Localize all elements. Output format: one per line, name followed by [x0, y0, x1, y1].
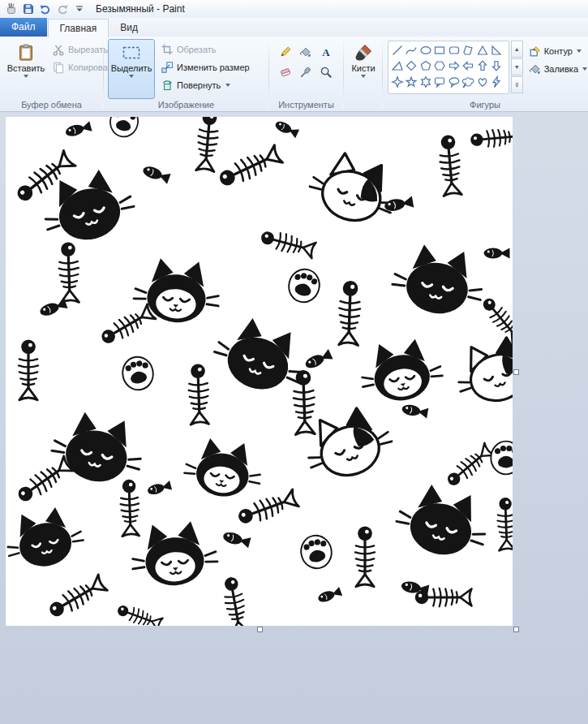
tool-text-button[interactable] — [316, 42, 336, 62]
paint-window: Безымянный - Paint Файл Главная Вид Вста… — [0, 0, 588, 724]
canvas-resize-handle-right[interactable] — [513, 369, 519, 375]
group-label-tools: Инструменты — [269, 100, 343, 110]
fill-label: Заливка — [544, 64, 578, 74]
paint-menu-icon[interactable] — [3, 2, 19, 16]
shape-arrow-left[interactable] — [461, 58, 475, 74]
tool-eraser-button[interactable] — [276, 62, 295, 82]
shape-arrow-up[interactable] — [475, 58, 489, 74]
group-tools: Инструменты — [269, 37, 343, 111]
rotate-button[interactable]: Повернуть — [157, 76, 253, 94]
shape-curve[interactable] — [405, 42, 418, 58]
resize-button[interactable]: Изменить размер — [157, 58, 253, 76]
rotate-icon — [161, 79, 174, 92]
shape-heart[interactable] — [475, 74, 489, 89]
tool-picker-button[interactable] — [296, 62, 315, 82]
brush-icon — [354, 43, 373, 62]
select-button[interactable]: Выделить — [108, 39, 155, 99]
shape-callout-cloud[interactable] — [461, 74, 475, 89]
redo-button[interactable] — [54, 2, 71, 16]
customize-qat-button[interactable] — [71, 2, 88, 16]
shape-star5[interactable] — [405, 74, 418, 89]
resize-label: Изменить размер — [177, 62, 250, 72]
quick-access-toolbar — [3, 2, 88, 16]
canvas-resize-handle-bottom[interactable] — [257, 627, 263, 632]
brushes-label: Кисти — [351, 63, 375, 73]
chevron-down-icon — [582, 67, 587, 71]
arrow-down-icon — [490, 59, 503, 72]
shape-star4[interactable] — [390, 74, 404, 89]
callout-oval-icon — [448, 75, 461, 88]
diamond-icon — [405, 59, 418, 72]
shape-triangle[interactable] — [475, 42, 489, 58]
callout-cloud-icon — [461, 75, 474, 88]
shape-oval[interactable] — [418, 42, 432, 58]
star4-icon — [391, 75, 404, 88]
shapes-scroll-down-icon[interactable]: ▼ — [511, 58, 523, 75]
paste-button[interactable]: Вставить — [3, 39, 49, 99]
fill-bucket-icon — [529, 62, 542, 75]
tool-fill-button[interactable] — [296, 42, 315, 62]
save-button[interactable] — [20, 2, 36, 16]
resize-icon — [161, 61, 174, 74]
tab-file[interactable]: Файл — [0, 18, 47, 37]
chevron-down-icon — [24, 75, 28, 78]
hexagon-icon — [433, 59, 446, 72]
shape-diamond[interactable] — [405, 58, 418, 74]
polygon-icon — [461, 44, 474, 57]
star5-icon — [405, 75, 418, 88]
rounded-rectangle-icon — [448, 44, 461, 57]
shape-star6[interactable] — [418, 74, 432, 89]
shape-arrow-down[interactable] — [490, 58, 504, 74]
shape-scalene-triangle[interactable] — [390, 58, 404, 74]
tab-bar: Файл Главная Вид — [0, 18, 588, 37]
heart-icon — [476, 75, 489, 88]
selection-rectangle-icon — [122, 43, 141, 62]
canvas-workarea — [0, 112, 588, 724]
paint-canvas[interactable] — [6, 117, 513, 626]
pentagon-icon — [419, 59, 432, 72]
group-label-image: Изображение — [104, 100, 268, 110]
outline-label: Контур — [544, 46, 573, 56]
shape-callout-rectangle[interactable] — [433, 74, 447, 89]
group-label-clipboard: Буфер обмена — [0, 100, 103, 110]
canvas-resize-handle-corner[interactable] — [513, 627, 519, 632]
tools-grid — [276, 42, 343, 82]
shape-pentagon[interactable] — [418, 58, 432, 74]
rectangle-icon — [433, 44, 446, 57]
shapes-scroll-up-icon[interactable]: ▲ — [511, 41, 523, 58]
group-brushes: Кисти — [344, 37, 382, 111]
brushes-button[interactable]: Кисти — [346, 39, 381, 99]
shapes-more-icon[interactable]: ⊽ — [511, 76, 523, 93]
copy-icon — [52, 61, 65, 74]
shape-callout-oval[interactable] — [447, 74, 461, 89]
tab-home[interactable]: Главная — [48, 19, 109, 37]
shape-fill-button[interactable]: Заливка — [529, 62, 587, 75]
fill-icon — [299, 45, 312, 58]
arrow-up-icon — [476, 59, 489, 72]
shape-hexagon[interactable] — [433, 58, 447, 74]
tool-magnifier-button[interactable] — [316, 62, 336, 82]
curve-icon — [405, 44, 418, 57]
outline-icon — [529, 45, 542, 58]
undo-button[interactable] — [37, 2, 54, 16]
shape-right-triangle[interactable] — [490, 42, 504, 58]
triangle-icon — [476, 44, 489, 57]
crop-button[interactable]: Обрезать — [157, 41, 253, 58]
chevron-down-icon — [577, 50, 582, 53]
tab-view[interactable]: Вид — [109, 19, 149, 37]
shape-polygon[interactable] — [461, 42, 475, 58]
shape-outline-button[interactable]: Контур — [529, 45, 587, 58]
line-icon — [391, 44, 404, 57]
chevron-down-icon — [129, 75, 134, 78]
titlebar: Безымянный - Paint — [0, 0, 588, 18]
shape-line[interactable] — [390, 42, 404, 58]
tool-pencil-button[interactable] — [276, 42, 295, 62]
paste-label: Вставить — [7, 63, 45, 73]
shape-rounded-rectangle[interactable] — [447, 42, 461, 58]
cut-label: Вырезать — [68, 45, 108, 54]
shape-arrow-right[interactable] — [447, 58, 461, 74]
shape-lightning[interactable] — [490, 74, 504, 89]
callout-rectangle-icon — [433, 75, 446, 88]
arrow-right-icon — [448, 59, 461, 72]
shape-rectangle[interactable] — [433, 42, 447, 58]
